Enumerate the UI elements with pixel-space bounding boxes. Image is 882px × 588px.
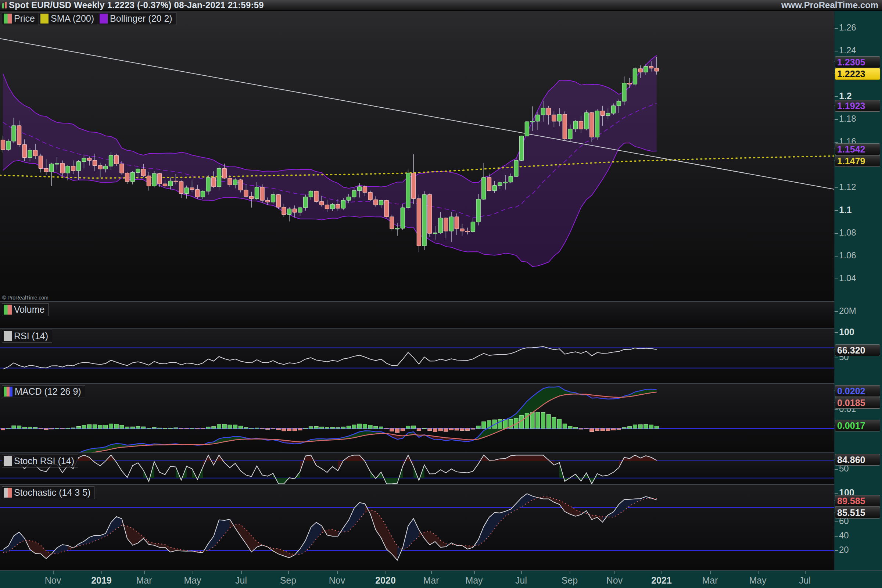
legend-rsi[interactable]: RSI (14) (2, 330, 52, 342)
rsi-panel[interactable] (0, 328, 834, 383)
time-tick-mark (241, 571, 242, 574)
axis-tick-mark (835, 28, 838, 28)
axis-badge: 1.2223 (835, 68, 880, 80)
axis-badge: 0.0202 (835, 385, 880, 397)
time-tick-mark (521, 571, 522, 574)
time-tick-mark (758, 571, 759, 574)
time-axis[interactable]: Nov2019MarMayJulSepNov2020MarMayJulSepNo… (0, 570, 882, 588)
title-bar: Spot EUR/USD Weekly 1.2223 (-0.37%) 08-J… (0, 0, 882, 10)
window-title: Spot EUR/USD Weekly 1.2223 (-0.37%) 08-J… (9, 0, 264, 10)
legend-label: Stochastic (14 3 5) (14, 487, 90, 498)
time-label: Sep (272, 575, 304, 586)
axis-badge: 0.0185 (835, 397, 880, 409)
panel-divider[interactable] (0, 484, 834, 485)
legend-bollinger[interactable]: Bollinger (20 2) (98, 12, 176, 25)
panel-divider[interactable] (0, 328, 834, 328)
time-label: Mar (693, 575, 726, 586)
volume-panel[interactable] (0, 302, 834, 328)
axis-tick-mark (835, 96, 838, 97)
stochastic-tick: 20 (839, 544, 849, 555)
axis-badge: 66.320 (835, 344, 880, 356)
stoch-rsi-panel[interactable] (0, 453, 834, 484)
axis-tick-mark (835, 279, 838, 279)
time-tick-mark (662, 571, 662, 574)
legend-price[interactable]: Price (2, 12, 39, 25)
time-label: 2020 (369, 575, 402, 586)
time-label: May (741, 575, 774, 586)
watermark: © ProRealTime.com (2, 295, 48, 301)
rsi-tick: 100 (839, 327, 854, 338)
legend-label: Stoch RSI (14) (14, 456, 74, 466)
stochastic-legend: Stochastic (14 3 5) (2, 486, 94, 499)
time-label: Sep (553, 575, 586, 586)
time-label: Jul (505, 575, 538, 586)
axis-badge: 0.0017 (835, 420, 880, 432)
price-tick: 1.12 (839, 182, 856, 192)
axis-tick-mark (835, 358, 838, 358)
price-tick: 1.08 (839, 228, 856, 238)
time-label: May (176, 575, 209, 586)
stoch-rsi-legend: Stoch RSI (14) (2, 454, 78, 468)
time-label: 2021 (645, 575, 678, 586)
axis-tick-mark (835, 51, 838, 51)
axis-tick-mark (835, 493, 838, 494)
legend-stoch-rsi[interactable]: Stoch RSI (14) (2, 454, 78, 468)
time-label: Mar (414, 575, 448, 586)
bollinger-swatch-icon (100, 14, 108, 24)
legend-volume[interactable]: Volume (2, 303, 48, 316)
price-legend: Price SMA (200) Bollinger (20 2) (2, 12, 176, 25)
price-tick: 1.1 (839, 205, 852, 215)
legend-sma[interactable]: SMA (200) (39, 12, 98, 25)
axis-badge: 1.1479 (835, 155, 880, 167)
sma-swatch-icon (40, 14, 48, 24)
axis-tick-mark (835, 332, 838, 333)
time-label: Jul (225, 575, 258, 586)
macd-panel[interactable] (0, 383, 834, 453)
time-label: Mar (128, 575, 160, 586)
time-label: Nov (321, 575, 354, 586)
volume-legend: Volume (2, 303, 48, 316)
time-tick-mark (386, 571, 386, 574)
rsi-swatch-icon (4, 331, 12, 341)
axis-badge: 85.515 (835, 507, 880, 519)
axis-badge: 1.1542 (835, 143, 880, 155)
panel-divider[interactable] (0, 383, 834, 384)
legend-label: RSI (14) (14, 331, 48, 341)
time-tick-mark (288, 571, 289, 574)
panel-divider[interactable] (0, 452, 834, 453)
trading-chart-window: 1.261.241.221.21.181.161.141.121.11.081.… (0, 0, 882, 588)
axis-badge: 89.585 (835, 495, 880, 507)
time-tick-mark (53, 571, 54, 574)
candlestick-icon (2, 2, 7, 9)
legend-label: SMA (200) (51, 13, 94, 24)
price-swatch-icon (4, 14, 12, 24)
legend-macd[interactable]: MACD (12 26 9) (2, 385, 85, 398)
macd-swatch-icon (4, 387, 12, 396)
volume-swatch-icon (4, 304, 12, 315)
time-label: May (458, 575, 490, 586)
axis-tick-mark (835, 550, 838, 551)
price-tick: 1.04 (839, 273, 856, 284)
panel-divider[interactable] (0, 301, 834, 302)
price-panel[interactable] (0, 10, 834, 302)
axis-badge: 1.2305 (835, 56, 880, 68)
price-tick: 1.06 (839, 250, 856, 261)
axis-tick-mark (835, 410, 838, 410)
time-tick-mark (805, 571, 806, 574)
time-tick-mark (337, 571, 338, 574)
time-tick-mark (101, 571, 102, 574)
stoch-rsi-swatch-icon (4, 456, 12, 466)
legend-label: Volume (14, 304, 45, 315)
legend-stochastic[interactable]: Stochastic (14 3 5) (2, 486, 94, 499)
time-label: Nov (598, 575, 631, 586)
legend-label: MACD (12 26 9) (15, 386, 81, 397)
site-link[interactable]: www.ProRealTime.com (781, 0, 878, 10)
volume-tick: 20M (839, 306, 856, 316)
price-tick: 1.26 (839, 22, 856, 33)
price-axis[interactable]: 1.261.241.221.21.181.161.141.121.11.081.… (834, 10, 882, 570)
axis-tick-mark (835, 233, 838, 234)
price-tick: 1.18 (839, 114, 856, 124)
macd-legend: MACD (12 26 9) (2, 385, 85, 398)
time-tick-mark (193, 571, 193, 574)
stochastic-panel[interactable] (0, 484, 834, 570)
